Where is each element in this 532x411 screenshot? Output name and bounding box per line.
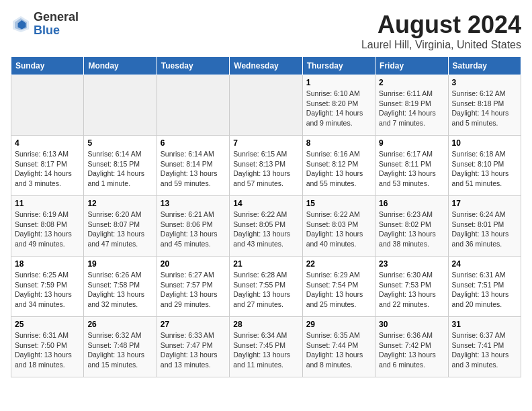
day-info: Sunrise: 6:27 AM Sunset: 7:57 PM Dayligh… <box>161 270 226 310</box>
calendar-cell: 5Sunrise: 6:14 AM Sunset: 8:15 PM Daylig… <box>84 136 157 196</box>
calendar-cell: 21Sunrise: 6:28 AM Sunset: 7:55 PM Dayli… <box>230 257 302 317</box>
day-info: Sunrise: 6:31 AM Sunset: 7:51 PM Dayligh… <box>452 270 517 310</box>
weekday-header-row: SundayMondayTuesdayWednesdayThursdayFrid… <box>11 57 521 75</box>
day-number: 24 <box>452 259 517 269</box>
calendar-cell <box>157 75 229 136</box>
weekday-header: Saturday <box>448 57 521 75</box>
calendar-cell: 3Sunrise: 6:12 AM Sunset: 8:18 PM Daylig… <box>448 75 521 136</box>
day-number: 7 <box>233 138 298 148</box>
calendar-cell: 16Sunrise: 6:23 AM Sunset: 8:02 PM Dayli… <box>375 196 448 257</box>
day-number: 4 <box>15 138 80 148</box>
logo: General Blue <box>11 11 79 38</box>
day-number: 30 <box>379 320 444 329</box>
calendar-cell: 22Sunrise: 6:29 AM Sunset: 7:54 PM Dayli… <box>302 257 375 317</box>
day-number: 2 <box>379 78 444 87</box>
calendar-cell: 24Sunrise: 6:31 AM Sunset: 7:51 PM Dayli… <box>448 257 521 317</box>
day-info: Sunrise: 6:37 AM Sunset: 7:41 PM Dayligh… <box>452 330 517 370</box>
day-number: 26 <box>87 320 152 329</box>
weekday-header: Thursday <box>302 57 375 75</box>
day-info: Sunrise: 6:19 AM Sunset: 8:08 PM Dayligh… <box>15 210 80 249</box>
day-number: 31 <box>452 320 517 329</box>
day-info: Sunrise: 6:35 AM Sunset: 7:44 PM Dayligh… <box>306 330 371 370</box>
day-number: 25 <box>15 320 80 329</box>
logo-icon <box>11 14 31 34</box>
day-info: Sunrise: 6:28 AM Sunset: 7:55 PM Dayligh… <box>233 270 298 310</box>
day-info: Sunrise: 6:34 AM Sunset: 7:45 PM Dayligh… <box>233 330 298 370</box>
calendar-cell: 15Sunrise: 6:22 AM Sunset: 8:03 PM Dayli… <box>302 196 375 257</box>
calendar-cell: 27Sunrise: 6:33 AM Sunset: 7:47 PM Dayli… <box>157 317 229 377</box>
month-title: August 2024 <box>361 11 521 39</box>
calendar-cell: 7Sunrise: 6:15 AM Sunset: 8:13 PM Daylig… <box>230 136 302 196</box>
day-number: 15 <box>306 199 371 208</box>
day-number: 12 <box>87 199 152 208</box>
day-info: Sunrise: 6:11 AM Sunset: 8:19 PM Dayligh… <box>379 89 444 128</box>
calendar-cell: 19Sunrise: 6:26 AM Sunset: 7:58 PM Dayli… <box>84 257 157 317</box>
day-number: 5 <box>87 138 152 148</box>
day-info: Sunrise: 6:10 AM Sunset: 8:20 PM Dayligh… <box>306 89 371 128</box>
weekday-header: Monday <box>84 57 157 75</box>
day-info: Sunrise: 6:29 AM Sunset: 7:54 PM Dayligh… <box>306 270 371 310</box>
calendar-cell: 2Sunrise: 6:11 AM Sunset: 8:19 PM Daylig… <box>375 75 448 136</box>
calendar-cell: 25Sunrise: 6:31 AM Sunset: 7:50 PM Dayli… <box>11 317 84 377</box>
calendar-cell: 4Sunrise: 6:13 AM Sunset: 8:17 PM Daylig… <box>11 136 84 196</box>
page-header: General Blue August 2024 Laurel Hill, Vi… <box>11 11 521 51</box>
day-info: Sunrise: 6:24 AM Sunset: 8:01 PM Dayligh… <box>452 210 517 249</box>
day-number: 6 <box>161 138 226 148</box>
day-info: Sunrise: 6:31 AM Sunset: 7:50 PM Dayligh… <box>15 330 80 370</box>
calendar-cell: 29Sunrise: 6:35 AM Sunset: 7:44 PM Dayli… <box>302 317 375 377</box>
day-number: 18 <box>15 259 80 269</box>
day-number: 14 <box>233 199 298 208</box>
day-number: 10 <box>452 138 517 148</box>
day-info: Sunrise: 6:18 AM Sunset: 8:10 PM Dayligh… <box>452 149 517 189</box>
day-info: Sunrise: 6:17 AM Sunset: 8:11 PM Dayligh… <box>379 149 444 189</box>
day-info: Sunrise: 6:36 AM Sunset: 7:42 PM Dayligh… <box>379 330 444 370</box>
calendar-cell: 20Sunrise: 6:27 AM Sunset: 7:57 PM Dayli… <box>157 257 229 317</box>
day-number: 28 <box>233 320 298 329</box>
day-info: Sunrise: 6:16 AM Sunset: 8:12 PM Dayligh… <box>306 149 371 189</box>
day-number: 13 <box>161 199 226 208</box>
calendar-cell: 10Sunrise: 6:18 AM Sunset: 8:10 PM Dayli… <box>448 136 521 196</box>
day-number: 29 <box>306 320 371 329</box>
calendar-cell: 1Sunrise: 6:10 AM Sunset: 8:20 PM Daylig… <box>302 75 375 136</box>
calendar-cell <box>11 75 84 136</box>
logo-text: General Blue <box>34 11 79 38</box>
day-number: 19 <box>87 259 152 269</box>
day-number: 11 <box>15 199 80 208</box>
day-info: Sunrise: 6:32 AM Sunset: 7:48 PM Dayligh… <box>87 330 152 370</box>
day-info: Sunrise: 6:15 AM Sunset: 8:13 PM Dayligh… <box>233 149 298 189</box>
weekday-header: Tuesday <box>157 57 229 75</box>
day-number: 1 <box>306 78 371 87</box>
calendar-cell: 8Sunrise: 6:16 AM Sunset: 8:12 PM Daylig… <box>302 136 375 196</box>
weekday-header: Wednesday <box>230 57 302 75</box>
day-info: Sunrise: 6:33 AM Sunset: 7:47 PM Dayligh… <box>161 330 226 370</box>
calendar-week-row: 25Sunrise: 6:31 AM Sunset: 7:50 PM Dayli… <box>11 317 521 377</box>
calendar-cell: 30Sunrise: 6:36 AM Sunset: 7:42 PM Dayli… <box>375 317 448 377</box>
day-number: 16 <box>379 199 444 208</box>
calendar-cell: 11Sunrise: 6:19 AM Sunset: 8:08 PM Dayli… <box>11 196 84 257</box>
day-number: 9 <box>379 138 444 148</box>
day-info: Sunrise: 6:25 AM Sunset: 7:59 PM Dayligh… <box>15 270 80 310</box>
day-info: Sunrise: 6:26 AM Sunset: 7:58 PM Dayligh… <box>87 270 152 310</box>
calendar-table: SundayMondayTuesdayWednesdayThursdayFrid… <box>11 56 521 377</box>
day-number: 21 <box>233 259 298 269</box>
calendar-week-row: 18Sunrise: 6:25 AM Sunset: 7:59 PM Dayli… <box>11 257 521 317</box>
day-number: 17 <box>452 199 517 208</box>
day-number: 8 <box>306 138 371 148</box>
day-info: Sunrise: 6:21 AM Sunset: 8:06 PM Dayligh… <box>161 210 226 249</box>
title-area: August 2024 Laurel Hill, Virginia, Unite… <box>361 11 521 51</box>
calendar-cell: 13Sunrise: 6:21 AM Sunset: 8:06 PM Dayli… <box>157 196 229 257</box>
day-info: Sunrise: 6:14 AM Sunset: 8:14 PM Dayligh… <box>161 149 226 189</box>
location-title: Laurel Hill, Virginia, United States <box>361 39 521 51</box>
day-info: Sunrise: 6:20 AM Sunset: 8:07 PM Dayligh… <box>87 210 152 249</box>
day-number: 22 <box>306 259 371 269</box>
day-info: Sunrise: 6:12 AM Sunset: 8:18 PM Dayligh… <box>452 89 517 128</box>
calendar-cell: 6Sunrise: 6:14 AM Sunset: 8:14 PM Daylig… <box>157 136 229 196</box>
calendar-cell <box>84 75 157 136</box>
day-info: Sunrise: 6:13 AM Sunset: 8:17 PM Dayligh… <box>15 149 80 189</box>
calendar-cell: 26Sunrise: 6:32 AM Sunset: 7:48 PM Dayli… <box>84 317 157 377</box>
day-info: Sunrise: 6:22 AM Sunset: 8:05 PM Dayligh… <box>233 210 298 249</box>
calendar-cell: 9Sunrise: 6:17 AM Sunset: 8:11 PM Daylig… <box>375 136 448 196</box>
weekday-header: Sunday <box>11 57 84 75</box>
calendar-cell: 12Sunrise: 6:20 AM Sunset: 8:07 PM Dayli… <box>84 196 157 257</box>
calendar-cell <box>230 75 302 136</box>
